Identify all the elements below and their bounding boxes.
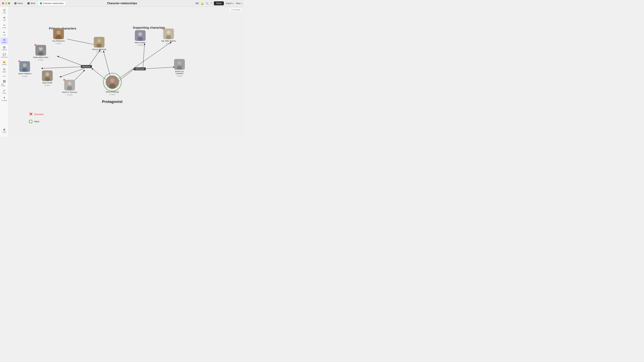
svg-point-33: [138, 37, 143, 41]
maximize-button[interactable]: [8, 2, 10, 4]
note-label: Note: [3, 12, 6, 14]
char-father[interactable]: ✕ Father Albert Stein 0 cards: [33, 45, 48, 61]
svg-point-35: [167, 30, 170, 34]
column-icon: ▤: [3, 46, 6, 49]
jeremy-cards: 0 cards: [96, 51, 102, 53]
sidebar-item-comment[interactable]: 💬 Comment: [0, 52, 8, 59]
svg-line-4: [60, 68, 84, 77]
sidebar-item-note[interactable]: ☰ Note: [0, 8, 8, 15]
sidebar: ☰ Note ⊕ Link ≡ To-do ✏ Line ⊞ Board ▤ C…: [0, 7, 9, 137]
share-button[interactable]: Share: [214, 1, 224, 5]
view-button[interactable]: View ∨: [236, 2, 242, 4]
sidebar-item-link[interactable]: ⊕ Link: [0, 15, 8, 22]
sidebar-item-todo[interactable]: ≡ To-do: [0, 23, 8, 29]
janine-name: Janine Haddock: [18, 72, 31, 75]
char-olivia[interactable]: Olivia McMaugh 0 cards: [106, 75, 119, 95]
sgt-avatar: [163, 28, 174, 39]
help-icon[interactable]: ?: [210, 2, 212, 5]
tablet-icon[interactable]: ⌨: [196, 2, 199, 5]
robert-avatar: [174, 59, 185, 70]
tab-home[interactable]: Home: [13, 1, 24, 5]
svg-point-23: [23, 63, 26, 67]
cr-tab-label: Character relationships: [43, 2, 64, 4]
father-name: Father Albert Stein: [33, 56, 48, 58]
sidebar-item-addimage[interactable]: 🖼 Add image: [0, 79, 8, 87]
jeremy-avatar: [94, 37, 104, 48]
protagonist-label: Protagonist: [102, 99, 122, 104]
minimize-button[interactable]: [5, 2, 7, 4]
table-label: Table: [2, 71, 6, 73]
svg-line-9: [146, 67, 175, 69]
char-sherif[interactable]: ✕ Sherif A. Simmons 0 cards: [62, 80, 77, 96]
sherif-cards: 0 cards: [67, 94, 72, 96]
svg-point-41: [110, 78, 114, 83]
father-enemy-mark: ✕: [34, 43, 36, 46]
link-icon: ⊕: [3, 16, 5, 19]
tab-work[interactable]: Work: [26, 1, 37, 5]
comment-label: Comment: [1, 56, 8, 58]
sgt-cards: 0 cards: [166, 42, 172, 44]
legend-hero-label: Hero: [34, 120, 39, 123]
main-canvas: 0 Unsorted: [9, 7, 244, 137]
char-sgt[interactable]: ✕ Sgt. Mike Rodhes 0 cards: [161, 28, 176, 44]
svg-point-42: [109, 84, 116, 89]
sidebar-item-aiideas[interactable]: ✦ AI ideas: [0, 95, 8, 102]
brad-cards: 0 cards: [44, 84, 50, 86]
sidebar-item-draw[interactable]: 🖊 Draw: [0, 88, 8, 95]
father-avatar: [36, 45, 46, 56]
sidebar-item-trash[interactable]: 🗑 Trash: [0, 127, 8, 134]
robert-cards: 0 cards: [177, 75, 182, 77]
titlebar: Home Work Character relationships Charac…: [0, 0, 244, 7]
janine-avatar: [19, 61, 30, 72]
char-gus[interactable]: Gus Robertson 0 cards: [52, 28, 65, 44]
char-brad[interactable]: Brad O'Neill 0 cards: [42, 70, 53, 86]
work-tab-label: Work: [30, 2, 35, 4]
brad-avatar: [42, 70, 53, 81]
char-maria[interactable]: Maria (sister) 0 cards: [135, 30, 146, 46]
cr-tab-icon: [40, 2, 42, 4]
addimage-icon: 🖼: [3, 80, 6, 83]
svg-line-2: [57, 56, 84, 66]
char-jeremy[interactable]: Jeremy (Missing) 0 cards: [92, 37, 106, 53]
search-icon[interactable]: 🔍: [206, 2, 208, 5]
olivia-cards: 0 cards: [110, 93, 115, 95]
trash-icon: 🗑: [3, 128, 6, 131]
draw-icon: 🖊: [3, 89, 6, 92]
todo-icon: ≡: [4, 24, 5, 26]
addimage-label: Add image: [1, 83, 8, 86]
aiideas-icon: ✦: [3, 96, 5, 99]
legend-enemies: ✕ Enemies: [29, 111, 44, 117]
svg-point-17: [96, 43, 102, 48]
char-robert[interactable]: Robert (ex husband) 0 cards: [171, 59, 188, 77]
close-button[interactable]: [2, 2, 4, 4]
sidebar-item-more[interactable]: •••: [0, 74, 8, 78]
svg-rect-21: [40, 47, 42, 48]
sidebar-item-table[interactable]: ⊟ Table: [0, 67, 8, 74]
sherif-enemy-mark: ✕: [63, 78, 66, 81]
supporting-group-label: Supporting characters: [133, 26, 165, 29]
tab-character-relationships[interactable]: Character relationships: [38, 1, 65, 5]
more-icon: •••: [3, 75, 6, 77]
legend: ✕ Enemies Hero: [29, 111, 44, 123]
svg-line-0: [67, 39, 96, 45]
todo-label: To-do: [2, 27, 6, 28]
work-tab-icon: [28, 2, 30, 4]
sherif-name: Sherif A. Simmons: [62, 91, 77, 93]
svg-point-20: [38, 52, 44, 56]
olivia-avatar: [106, 75, 119, 89]
page-title: Character relationships: [107, 2, 137, 5]
location-montrose[interactable]: Montrose: [81, 65, 92, 68]
janine-enemy-mark: ✕: [18, 60, 20, 63]
char-janine[interactable]: ✕ Janine Haddock 0 cards: [18, 61, 31, 77]
location-edinburgh[interactable]: Edinburgh: [134, 67, 146, 70]
sidebar-item-column[interactable]: ▤ Column: [0, 45, 8, 52]
gus-avatar: [53, 28, 64, 39]
svg-point-30: [67, 86, 72, 90]
sidebar-item-sketch[interactable]: ✍ Sketch: [0, 60, 8, 66]
sidebar-item-line[interactable]: ✏ Line: [0, 30, 8, 37]
notification-icon[interactable]: 🔔: [201, 2, 204, 5]
export-button[interactable]: Export ∨: [226, 2, 234, 4]
board-icon: ⊞: [3, 38, 5, 41]
traffic-lights: [0, 2, 10, 4]
sidebar-item-board[interactable]: ⊞ Board: [0, 37, 8, 44]
